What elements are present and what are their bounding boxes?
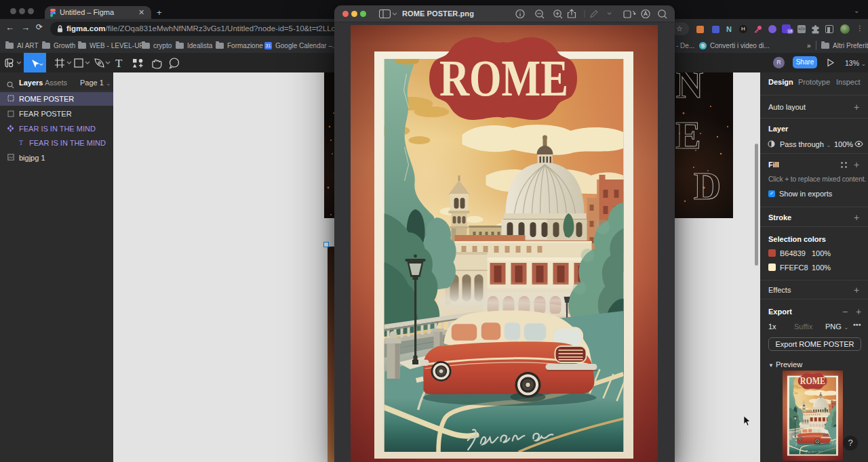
svg-text:N: N — [676, 72, 703, 106]
svg-text:E: E — [675, 114, 701, 156]
svg-text:T: T — [115, 57, 123, 70]
svg-text:D: D — [694, 165, 721, 207]
